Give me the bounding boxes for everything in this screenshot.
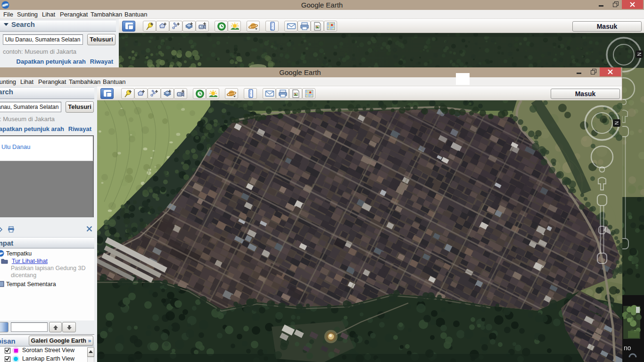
svg-text:N: N (614, 121, 619, 125)
svg-text:N: N (636, 52, 642, 56)
svg-text:no: no (624, 344, 631, 352)
